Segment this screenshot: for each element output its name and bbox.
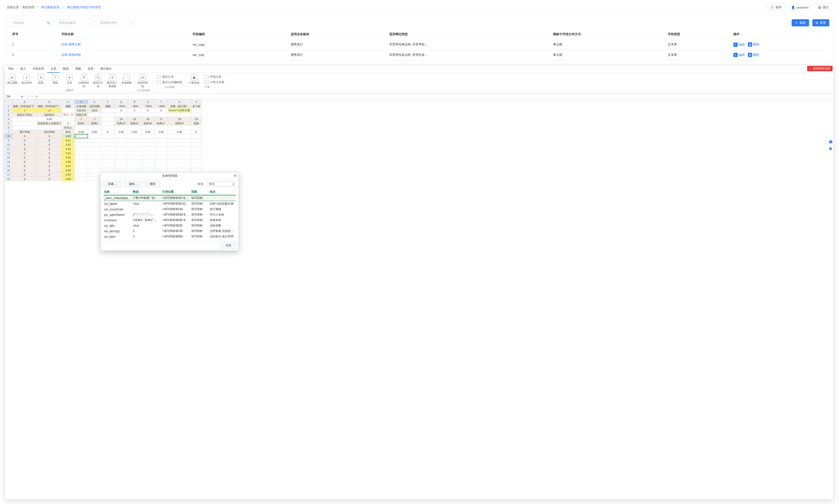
table-header: 适用簿记类型 [387, 29, 551, 39]
chevron-down-icon: ⌄ [89, 21, 91, 24]
type-placeholder: 适用簿记类型 [100, 21, 117, 25]
breadcrumb-item-templates[interactable]: 簿记模板管理 [41, 5, 59, 9]
trash-icon: 🗑 [748, 53, 752, 57]
cell-idx: 2 [10, 50, 59, 60]
breadcrumb-root: 当前位置：项目管理 [7, 5, 34, 9]
logout-button[interactable]: ⏻ 退出 [815, 4, 832, 11]
new-button[interactable]: ＋ 新建 [792, 19, 809, 26]
edit-icon: ✎ [733, 53, 738, 57]
filter-panel: 字段名称 🔍 适用业务板块 ⌄ 适用簿记类型 ⌄ ＋ 新建 ⟳ 重置 序号字段名… [6, 16, 833, 60]
new-label: 新建 [800, 21, 806, 25]
cell-biz: 债券发行 [288, 50, 387, 60]
cell-biz: 债券发行 [288, 39, 387, 50]
delete-button[interactable]: 🗑删除 [748, 42, 759, 47]
breadcrumb-item-fields[interactable]: 簿记模板可绑定字段管理 [67, 5, 101, 9]
user-icon: 👤 [791, 6, 795, 9]
chevron-down-icon: ⌄ [130, 21, 133, 24]
edit-button[interactable]: ✎编辑 [733, 53, 745, 57]
cell-name[interactable]: 品种-债项评级 [59, 50, 190, 60]
refresh-icon: ⟳ [816, 21, 818, 25]
trash-icon: 🗑 [748, 42, 752, 47]
logout-label: 退出 [823, 5, 829, 10]
cell-actions: ✎编辑 🗑删除 [731, 39, 829, 50]
user-label: ywadmin [797, 6, 808, 9]
table-header: 适用业务板块 [288, 29, 387, 39]
skin-label: 换肤 [775, 5, 782, 10]
cell-bk: 非竞争性单品种, 非竞争性... [387, 39, 551, 50]
table-header: 字段类型 [665, 29, 731, 39]
cell-name[interactable]: 品种-债券全称 [59, 39, 190, 50]
table-header: 字段名称 [59, 29, 190, 39]
reset-button[interactable]: ⟳ 重置 [812, 19, 829, 26]
cell-idx: 1 [10, 39, 59, 50]
reset-label: 重置 [820, 21, 826, 25]
skin-button[interactable]: 👕 换肤 [767, 4, 785, 11]
biz-select[interactable]: 适用业务板块 ⌄ [56, 19, 94, 26]
cell-type: 文本类 [665, 39, 731, 50]
table-header: 模板中字段分布方式 [551, 29, 665, 39]
search-input[interactable]: 字段名称 🔍 [10, 19, 53, 26]
cell-code: var_zqqc [190, 39, 288, 50]
table-row: 1 品种-债券全称 var_zqqc 债券发行 非竞争性单品种, 非竞争性...… [10, 39, 829, 50]
edit-button[interactable]: ✎编辑 [733, 42, 745, 47]
cell-dist: 单元格 [551, 39, 665, 50]
fields-table: 序号字段名称字段编码适用业务板块适用簿记类型模板中字段分布方式字段类型操作 1 … [10, 29, 829, 60]
cell-code: var_zxpj [190, 50, 288, 60]
plus-icon: ＋ [795, 21, 798, 25]
table-header: 字段编码 [190, 29, 288, 39]
power-icon: ⏻ [818, 6, 821, 9]
tshirt-icon: 👕 [770, 6, 774, 9]
cell-actions: ✎编辑 🗑删除 [731, 50, 829, 60]
cell-bk: 非竞争性多品种, 竞争性多... [387, 50, 551, 60]
table-header: 操作 [731, 29, 829, 39]
cell-dist: 单元格 [551, 50, 665, 60]
table-row: 2 品种-债项评级 var_zxpj 债券发行 非竞争性多品种, 竞争性多...… [10, 50, 829, 60]
search-placeholder: 字段名称 [12, 21, 24, 25]
user-button[interactable]: 👤 ywadmin [788, 4, 812, 11]
table-header: 序号 [10, 29, 59, 39]
search-icon: 🔍 [46, 21, 50, 24]
breadcrumb: 当前位置：项目管理 / 簿记模板管理 / 簿记模板可绑定字段管理 [7, 5, 102, 10]
app-header: 当前位置：项目管理 / 簿记模板管理 / 簿记模板可绑定字段管理 👕 换肤 👤 … [0, 0, 839, 13]
type-select[interactable]: 适用簿记类型 ⌄ [97, 19, 135, 26]
delete-button[interactable]: 🗑删除 [748, 53, 759, 57]
cell-type: 文本类 [665, 50, 731, 60]
edit-icon: ✎ [733, 42, 738, 47]
biz-placeholder: 适用业务板块 [58, 21, 76, 25]
